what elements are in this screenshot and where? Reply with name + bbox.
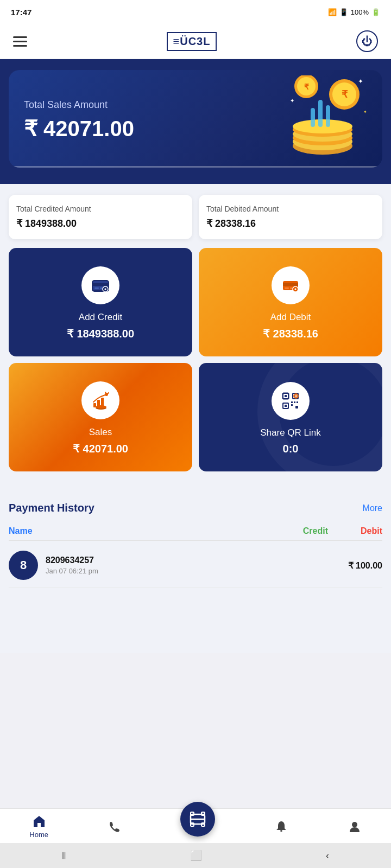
payment-credit-value: ₹ 100.00: [348, 560, 382, 571]
col-name: Name: [9, 526, 33, 536]
svg-point-40: [96, 405, 106, 409]
debited-amount-card: Total Debited Amount ₹ 28338.16: [199, 195, 382, 239]
svg-rect-45: [293, 394, 298, 398]
payment-history-header: Payment History More: [9, 493, 382, 521]
wifi-icon: 📶: [328, 8, 337, 16]
person-icon: [348, 820, 362, 834]
col-debit: Debit: [361, 526, 382, 536]
svg-text:✦: ✦: [290, 98, 294, 104]
svg-rect-54: [295, 406, 298, 409]
sales-card: Total Sales Amount ₹ 42071.00 ₹ ₹: [9, 70, 382, 168]
add-debit-value: ₹ 28338.16: [263, 327, 318, 340]
avatar: 8: [9, 551, 38, 580]
nav-phone[interactable]: [108, 820, 122, 834]
add-credit-card[interactable]: Add Credit ₹ 1849388.00: [9, 248, 192, 356]
scanner-button[interactable]: [180, 802, 215, 837]
svg-rect-23: [94, 288, 99, 289]
svg-rect-46: [294, 395, 297, 397]
payment-phone: 8209634257: [46, 556, 348, 565]
credited-value: ₹ 1849388.00: [16, 218, 185, 229]
qr-icon-circle: [272, 382, 310, 420]
svg-text:₹: ₹: [342, 89, 348, 100]
svg-rect-22: [93, 283, 108, 286]
add-debit-icon-circle: [272, 266, 310, 304]
sales-chart-icon: [90, 390, 111, 411]
debited-label: Total Debited Amount: [206, 205, 375, 213]
sales-label: Sales: [89, 427, 112, 438]
more-link[interactable]: More: [363, 503, 382, 513]
payment-date: Jan 07 06:21 pm: [46, 567, 348, 575]
debit-card-icon: [280, 275, 301, 296]
amount-cards-row: Total Credited Amount ₹ 1849388.00 Total…: [9, 195, 382, 239]
svg-rect-29: [283, 283, 298, 286]
hamburger-menu[interactable]: [13, 36, 27, 47]
white-section: Total Credited Amount ₹ 1849388.00 Total…: [0, 184, 391, 489]
svg-rect-47: [282, 403, 289, 409]
nav-bell[interactable]: [274, 820, 288, 834]
recent-apps-icon[interactable]: ⦀: [62, 850, 66, 861]
qr-link-icon: [280, 391, 301, 411]
battery-icon: 🔋: [371, 8, 380, 16]
svg-rect-48: [283, 404, 288, 408]
svg-rect-27: [105, 288, 106, 290]
status-bar: 17:47 📶 📱 100% 🔋: [0, 0, 391, 24]
share-qr-card[interactable]: Share QR Link 0:0: [199, 363, 382, 471]
svg-rect-50: [291, 401, 293, 403]
sales-card-btn[interactable]: Sales ₹ 42071.00: [9, 363, 192, 471]
svg-text:✦: ✦: [363, 110, 367, 114]
bottom-nav: Home: [0, 808, 391, 843]
svg-point-63: [352, 822, 357, 827]
svg-rect-49: [285, 405, 287, 407]
payment-history-section: Payment History More Name Credit Debit 8…: [0, 489, 391, 653]
svg-rect-24: [100, 288, 103, 289]
battery-text: 100%: [351, 8, 369, 16]
back-icon[interactable]: ‹: [326, 850, 329, 861]
app-header: ≡ÜC3L ⏻: [0, 24, 391, 59]
home-circle-icon[interactable]: ⬜: [190, 850, 202, 861]
home-icon: [32, 814, 46, 828]
svg-rect-17: [326, 105, 330, 127]
scanner-icon: [188, 810, 207, 828]
payment-history-title: Payment History: [9, 502, 94, 514]
svg-rect-15: [311, 108, 315, 127]
status-time: 17:47: [11, 8, 31, 17]
svg-rect-31: [290, 288, 293, 289]
col-credit: Credit: [303, 526, 328, 536]
svg-rect-51: [294, 401, 295, 403]
share-qr-value: 0:0: [283, 443, 299, 455]
svg-rect-52: [297, 401, 298, 403]
action-grid-row2: Sales ₹ 42071.00: [9, 363, 382, 471]
svg-rect-42: [283, 394, 288, 398]
power-button[interactable]: ⏻: [356, 30, 378, 52]
app-logo: ≡ÜC3L: [167, 32, 217, 51]
nav-home-label: Home: [29, 831, 48, 839]
share-qr-label: Share QR Link: [260, 427, 321, 438]
add-debit-card[interactable]: Add Debit ₹ 28338.16: [199, 248, 382, 356]
svg-point-55: [293, 393, 299, 399]
phone-icon: [108, 820, 122, 834]
svg-rect-16: [318, 100, 323, 127]
svg-rect-62: [280, 830, 282, 832]
svg-rect-43: [285, 395, 287, 397]
coins-decoration: ₹ ₹ ✦ ✦ ✦: [274, 75, 371, 162]
credit-card-icon: [90, 275, 111, 296]
nav-profile[interactable]: [348, 820, 362, 834]
status-icons: 📶 📱 100% 🔋: [328, 8, 380, 16]
add-debit-label: Add Debit: [270, 312, 311, 323]
debited-value: ₹ 28338.16: [206, 218, 375, 229]
svg-text:✦: ✦: [358, 78, 363, 85]
svg-rect-41: [282, 393, 289, 399]
nav-home[interactable]: Home: [29, 814, 48, 839]
add-credit-label: Add Credit: [79, 312, 122, 323]
svg-rect-44: [292, 393, 299, 399]
sales-icon-circle: [81, 381, 119, 419]
credited-amount-card: Total Credited Amount ₹ 1849388.00: [9, 195, 192, 239]
signal-icon: 📱: [339, 8, 348, 16]
action-grid-row1: Add Credit ₹ 1849388.00 Add Debit ₹ 2833…: [9, 248, 382, 356]
sales-value: ₹ 42071.00: [73, 442, 128, 455]
bell-icon: [274, 820, 288, 834]
main-section: Total Sales Amount ₹ 42071.00 ₹ ₹: [0, 59, 391, 184]
table-row: 8 8209634257 Jan 07 06:21 pm ₹ 100.00: [9, 541, 382, 588]
add-credit-value: ₹ 1849388.00: [67, 327, 134, 340]
credited-label: Total Credited Amount: [16, 205, 185, 213]
